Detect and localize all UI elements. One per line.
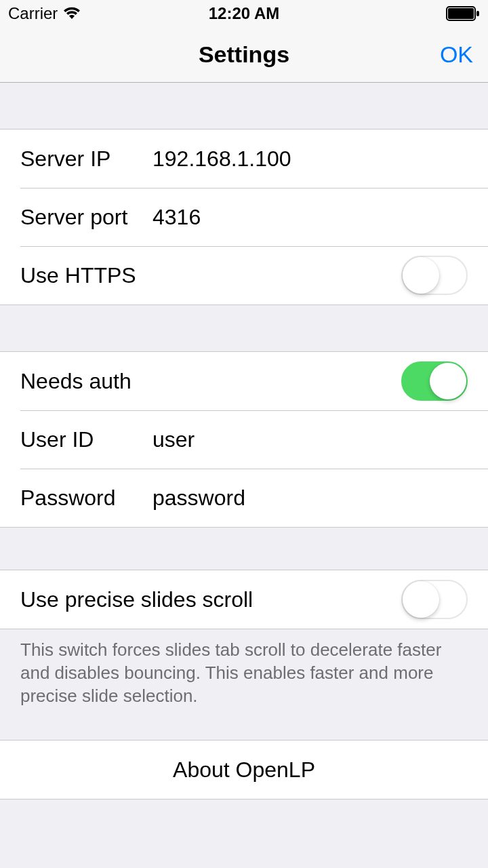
toggle-knob bbox=[403, 257, 439, 294]
user-id-row[interactable]: User ID bbox=[0, 410, 488, 469]
needs-auth-toggle[interactable] bbox=[401, 361, 468, 401]
precise-scroll-toggle[interactable] bbox=[401, 580, 468, 619]
battery-icon bbox=[446, 6, 480, 21]
page-title: Settings bbox=[199, 41, 289, 68]
user-id-label: User ID bbox=[20, 427, 152, 452]
precise-scroll-label: Use precise slides scroll bbox=[20, 587, 253, 612]
needs-auth-label: Needs auth bbox=[20, 369, 131, 394]
ok-button[interactable]: OK bbox=[440, 41, 473, 68]
group-spacer bbox=[0, 707, 488, 740]
svg-rect-1 bbox=[448, 8, 474, 19]
about-group: About OpenLP bbox=[0, 740, 488, 800]
server-port-label: Server port bbox=[20, 205, 152, 230]
password-row[interactable]: Password bbox=[0, 469, 488, 527]
use-https-row: Use HTTPS bbox=[0, 246, 488, 304]
precise-scroll-row: Use precise slides scroll bbox=[0, 570, 488, 629]
server-port-input[interactable] bbox=[152, 205, 468, 230]
wifi-icon bbox=[63, 7, 81, 20]
user-id-input[interactable] bbox=[152, 427, 468, 452]
status-bar: Carrier 12:20 AM bbox=[0, 0, 488, 27]
auth-group: Needs auth User ID Password bbox=[0, 351, 488, 528]
use-https-toggle[interactable] bbox=[401, 256, 468, 295]
svg-rect-2 bbox=[476, 11, 479, 16]
carrier-label: Carrier bbox=[8, 4, 58, 23]
server-ip-label: Server IP bbox=[20, 146, 152, 172]
use-https-label: Use HTTPS bbox=[20, 263, 136, 288]
about-row[interactable]: About OpenLP bbox=[0, 741, 488, 799]
password-input[interactable] bbox=[152, 486, 468, 511]
server-port-row[interactable]: Server port bbox=[0, 188, 488, 246]
password-label: Password bbox=[20, 486, 152, 511]
toggle-knob bbox=[403, 581, 439, 618]
precise-scroll-footer: This switch forces slides tab scroll to … bbox=[0, 629, 488, 707]
server-ip-row[interactable]: Server IP bbox=[0, 130, 488, 188]
group-spacer bbox=[0, 528, 488, 570]
group-spacer bbox=[0, 83, 488, 129]
group-spacer bbox=[0, 305, 488, 351]
scroll-group: Use precise slides scroll bbox=[0, 570, 488, 629]
about-label: About OpenLP bbox=[173, 757, 315, 783]
toggle-knob bbox=[430, 363, 466, 399]
server-group: Server IP Server port Use HTTPS bbox=[0, 129, 488, 305]
nav-bar: Settings OK bbox=[0, 27, 488, 83]
server-ip-input[interactable] bbox=[152, 146, 468, 172]
needs-auth-row: Needs auth bbox=[0, 352, 488, 410]
status-time: 12:20 AM bbox=[209, 4, 279, 23]
status-left: Carrier bbox=[8, 4, 81, 23]
